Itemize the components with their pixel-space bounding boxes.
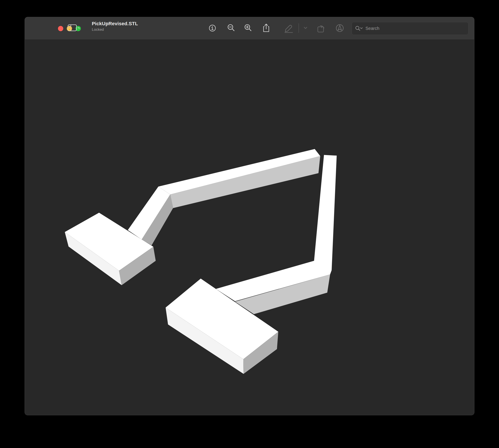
search-icon xyxy=(355,26,363,32)
desktop: { "window": { "title": "PickUpRevised.ST… xyxy=(0,0,499,448)
model-canvas[interactable] xyxy=(25,40,474,415)
zoom-out-icon xyxy=(227,24,236,32)
zoom-out-button[interactable] xyxy=(225,22,237,34)
stl-scene xyxy=(25,40,474,415)
markup-pen-icon xyxy=(283,23,294,33)
info-button[interactable] xyxy=(207,22,218,34)
toolbar-divider xyxy=(298,23,299,33)
close-button[interactable] xyxy=(58,26,63,31)
search-field[interactable] xyxy=(352,22,468,35)
title-block: PickUpRevised.STL Locked xyxy=(92,21,138,32)
chevron-down-icon xyxy=(78,27,80,28)
rotate-left-button xyxy=(315,22,327,34)
window-title: PickUpRevised.STL xyxy=(92,21,138,26)
title-bar: PickUpRevised.STL Locked xyxy=(25,17,474,40)
chevron-down-icon xyxy=(303,26,308,30)
info-icon xyxy=(209,24,216,32)
window-subtitle: Locked xyxy=(92,28,138,32)
search-input[interactable] xyxy=(365,26,465,31)
pen-nib-icon xyxy=(335,23,345,33)
rotate-left-icon xyxy=(316,23,326,33)
sidebar-toggle-button[interactable] xyxy=(68,24,80,32)
markup-options-chevron xyxy=(300,22,311,34)
zoom-in-button[interactable] xyxy=(242,22,254,34)
share-button[interactable] xyxy=(260,22,272,34)
share-icon xyxy=(262,23,271,33)
search-scope-chevron-icon xyxy=(360,28,362,29)
zoom-in-icon xyxy=(244,24,253,32)
pen-nib-button xyxy=(334,22,345,34)
markup-pen-button xyxy=(283,22,294,34)
preview-window: PickUpRevised.STL Locked xyxy=(25,17,474,415)
